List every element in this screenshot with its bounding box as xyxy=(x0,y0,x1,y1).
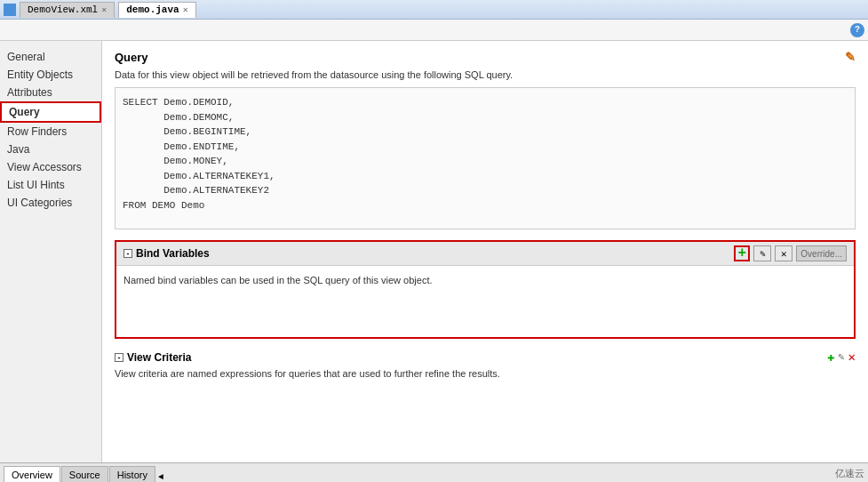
content-area: Query ✎ Data for this view object will b… xyxy=(102,41,868,462)
view-criteria-header-right: ✚ ✎ ✕ xyxy=(827,349,856,365)
query-edit-icon[interactable]: ✎ xyxy=(845,50,856,64)
bottom-tab-overview[interactable]: Overview xyxy=(4,466,60,482)
bind-variables-header-right: + ✎ ✕ Override... xyxy=(734,245,847,261)
tab-demojava-label: demo.java xyxy=(126,4,179,15)
sidebar-item-ui-categories[interactable]: UI Categories xyxy=(0,194,101,212)
toolbar: ? xyxy=(0,20,868,41)
bottom-tab-source-label: Source xyxy=(69,470,100,480)
bind-variables-title: Bind Variables xyxy=(136,247,210,260)
sidebar-item-row-finders[interactable]: Row Finders xyxy=(0,123,101,141)
tab-demoview-close[interactable]: ✕ xyxy=(101,4,107,15)
query-code-box[interactable]: SELECT Demo.DEMOID, Demo.DEMOMC, Demo.BE… xyxy=(115,87,856,229)
query-code: SELECT Demo.DEMOID, Demo.DEMOMC, Demo.BE… xyxy=(123,95,848,213)
view-criteria-collapse[interactable]: - xyxy=(115,353,123,362)
query-section-desc: Data for this view object will be retrie… xyxy=(115,69,856,80)
override-label: Override... xyxy=(800,249,842,259)
tab-demojava[interactable]: demo.java ✕ xyxy=(118,2,195,18)
scroll-left-icon[interactable]: ◄ xyxy=(156,472,165,482)
add-icon: + xyxy=(738,246,747,261)
main-area: General Entity Objects Attributes Query … xyxy=(0,41,868,462)
bottom-right-brand: 亿速云 xyxy=(835,467,864,482)
bind-variables-section: - Bind Variables + ✎ ✕ Override... xyxy=(115,240,856,339)
sidebar: General Entity Objects Attributes Query … xyxy=(0,41,102,462)
tab-demojava-close[interactable]: ✕ xyxy=(183,4,188,15)
bind-variables-header: - Bind Variables + ✎ ✕ Override... xyxy=(116,242,854,266)
bottom-tab-bar: Overview Source History ◄ 亿速云 xyxy=(0,462,868,482)
vc-collapse-symbol: - xyxy=(118,353,121,362)
sidebar-item-view-accessors[interactable]: View Accessors xyxy=(0,158,101,176)
view-criteria-section: - View Criteria ✚ ✎ ✕ View criteria are … xyxy=(115,349,856,379)
view-criteria-title: View Criteria xyxy=(127,351,191,364)
bind-variables-delete-button[interactable]: ✕ xyxy=(775,245,792,261)
view-criteria-desc: View criteria are named expressions for … xyxy=(115,368,856,379)
brand-label: 亿速云 xyxy=(835,467,864,480)
title-bar: DemoView.xml ✕ demo.java ✕ xyxy=(0,0,868,20)
collapse-symbol: - xyxy=(127,249,130,258)
bind-variables-override-button[interactable]: Override... xyxy=(796,245,847,261)
bottom-tab-source[interactable]: Source xyxy=(61,466,108,482)
edit-icon: ✎ xyxy=(760,248,766,260)
bind-variables-content: Named bind variables can be used in the … xyxy=(116,266,854,337)
bottom-tab-history[interactable]: History xyxy=(109,466,155,482)
view-criteria-header-left: - View Criteria xyxy=(115,351,191,364)
bind-variables-header-left: - Bind Variables xyxy=(123,247,210,260)
sidebar-item-attributes[interactable]: Attributes xyxy=(0,84,101,101)
bind-variables-edit-button[interactable]: ✎ xyxy=(753,245,771,261)
view-criteria-header: - View Criteria ✚ ✎ ✕ xyxy=(115,349,856,365)
app-icon xyxy=(4,4,16,16)
bind-variables-desc: Named bind variables can be used in the … xyxy=(123,275,433,285)
bottom-tabs-left: Overview Source History ◄ xyxy=(4,466,165,482)
sidebar-item-general[interactable]: General xyxy=(0,48,101,66)
editor-tab-bar: DemoView.xml ✕ demo.java ✕ xyxy=(20,2,198,18)
sidebar-item-java[interactable]: Java xyxy=(0,141,101,158)
tab-demoview[interactable]: DemoView.xml ✕ xyxy=(20,2,115,18)
sidebar-item-list-ui-hints[interactable]: List UI Hints xyxy=(0,176,101,194)
query-section-title: Query xyxy=(115,51,148,64)
tab-demoview-label: DemoView.xml xyxy=(28,4,98,15)
view-criteria-add-button[interactable]: ✚ xyxy=(827,349,834,365)
view-criteria-edit-button[interactable]: ✎ xyxy=(838,350,844,364)
delete-icon: ✕ xyxy=(781,248,787,260)
help-icon: ? xyxy=(855,25,860,35)
query-section-header: Query ✎ xyxy=(115,50,856,64)
help-button[interactable]: ? xyxy=(850,23,864,37)
sidebar-item-entity-objects[interactable]: Entity Objects xyxy=(0,66,101,84)
sidebar-item-query[interactable]: Query xyxy=(0,101,101,123)
view-criteria-delete-button[interactable]: ✕ xyxy=(848,349,856,365)
bottom-tab-overview-label: Overview xyxy=(12,470,52,480)
bottom-tab-history-label: History xyxy=(117,470,147,480)
bind-variables-collapse[interactable]: - xyxy=(123,249,132,258)
bind-variables-add-button[interactable]: + xyxy=(734,245,750,261)
